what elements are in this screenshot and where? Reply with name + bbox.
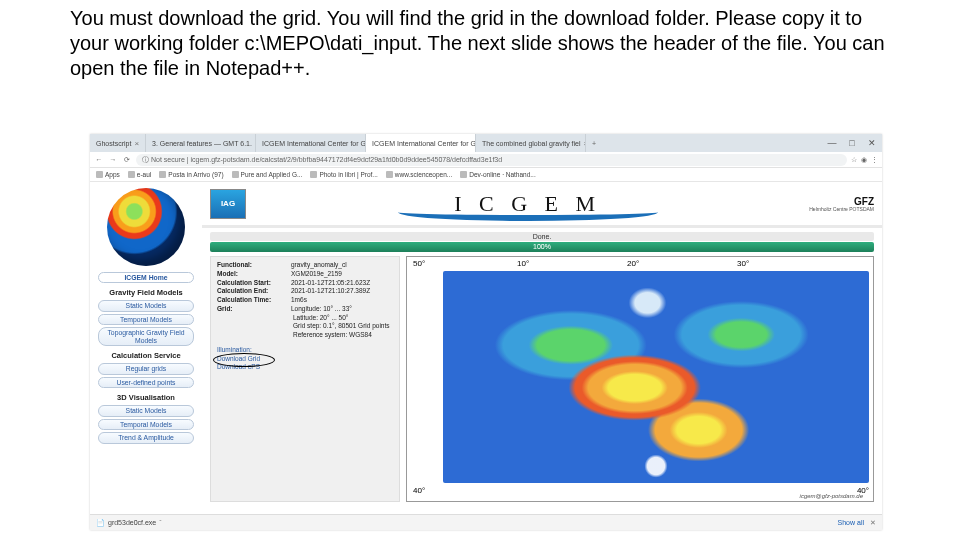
sidebar-item-3d-trend[interactable]: Trend & Amplitude (98, 432, 194, 443)
reload-button[interactable]: ⟳ (122, 156, 132, 164)
back-button[interactable]: ← (94, 156, 104, 163)
page-icon (310, 171, 317, 178)
sidebar-item-3d-temporal[interactable]: Temporal Models (98, 419, 194, 430)
main-panel: IAG I C G E M GFZ Helmholtz Centre POTSD… (202, 182, 882, 514)
bookmark-3[interactable]: Pure and Applied G... (232, 171, 303, 178)
tab-1[interactable]: 3. General features — GMT 6.1.× (146, 134, 256, 152)
bookmark-1[interactable]: e-aul (128, 171, 151, 178)
page-icon (232, 171, 239, 178)
sidebar-head-models: Gravity Field Models (90, 285, 202, 298)
maximize-button[interactable]: □ (842, 138, 862, 148)
sidebar-head-3d: 3D Visualisation (90, 390, 202, 403)
sidebar-home[interactable]: ICGEM Home (98, 272, 194, 283)
page-icon (128, 171, 135, 178)
bookmarks-bar: Apps e-aul Posta in Arrivo (97) Pure and… (90, 168, 882, 182)
grid-icon (96, 171, 103, 178)
page-title: I C G E M (246, 191, 809, 217)
sidebar-item-static-models[interactable]: Static Models (98, 300, 194, 311)
tab-4[interactable]: The combined global gravity fiel× (476, 134, 586, 152)
tab-3[interactable]: ICGEM International Center for G× (366, 134, 476, 152)
apps-button[interactable]: Apps (96, 171, 120, 178)
sidebar-head-calc: Calculation Service (90, 348, 202, 361)
file-icon: 📄 (96, 519, 105, 527)
bookmark-2[interactable]: Posta in Arrivo (97) (159, 171, 223, 178)
browser-screenshot: Ghostscript× 3. General features — GMT 6… (90, 134, 882, 530)
iag-logo: IAG (210, 189, 246, 219)
new-tab-button[interactable]: + (586, 140, 602, 147)
globe-logo (107, 188, 185, 266)
download-links: Illumination: Download Grid Download ePS (217, 346, 393, 372)
contact-email: icgem@gfz-potsdam.de (800, 493, 863, 499)
profile-icon[interactable]: ◉ (861, 156, 867, 164)
close-button[interactable]: ✕ (862, 138, 882, 148)
download-grid-link[interactable]: Download Grid (217, 355, 260, 364)
tick-top-30: 30° (737, 259, 749, 268)
forward-button[interactable]: → (108, 156, 118, 163)
calc-metadata: Functional:gravity_anomaly_cl Model:XGM2… (210, 256, 400, 502)
tab-2[interactable]: ICGEM International Center for G× (256, 134, 366, 152)
tab-0[interactable]: Ghostscript× (90, 134, 146, 152)
gfz-logo: GFZ Helmholtz Centre POTSDAM (809, 196, 874, 212)
download-shelf: 📄 grd53de0cf.exe ˇ Show all ✕ (90, 514, 882, 530)
tick-top-50: 50° (413, 259, 425, 268)
show-all-downloads[interactable]: Show all (838, 519, 864, 526)
progress-bar: 100% (210, 242, 874, 252)
status-done: Done. (210, 232, 874, 241)
sidebar: ICGEM Home Gravity Field Models Static M… (90, 182, 202, 514)
map-image (443, 271, 869, 483)
tick-top-10: 10° (517, 259, 529, 268)
gravity-map: 50° 10° 20° 30° 50° 40° 40° icgem@gfz-po… (406, 256, 874, 502)
sidebar-item-regular-grids[interactable]: Regular grids (98, 363, 194, 374)
page-header: IAG I C G E M GFZ Helmholtz Centre POTSD… (202, 182, 882, 228)
menu-icon[interactable]: ⋮ (871, 156, 878, 164)
titlebar: Ghostscript× 3. General features — GMT 6… (90, 134, 882, 152)
sidebar-item-topo-models[interactable]: Topographic Gravity Field Models (98, 327, 194, 346)
bookmark-5[interactable]: www.scienceopen... (386, 171, 452, 178)
page-icon (386, 171, 393, 178)
page-icon (460, 171, 467, 178)
url-field[interactable]: ⓘ Not secure | icgem.gfz-potsdam.de/calc… (136, 154, 847, 166)
page-content: ICGEM Home Gravity Field Models Static M… (90, 182, 882, 514)
chevron-down-icon[interactable]: ˇ (159, 519, 161, 526)
tick-left-40: 40° (413, 486, 425, 495)
download-item[interactable]: 📄 grd53de0cf.exe ˇ (96, 519, 162, 527)
sidebar-item-3d-static[interactable]: Static Models (98, 405, 194, 416)
sidebar-item-temporal-models[interactable]: Temporal Models (98, 314, 194, 325)
bookmark-6[interactable]: Dev-online · Nathand... (460, 171, 535, 178)
close-icon[interactable]: × (134, 139, 139, 148)
address-bar: ← → ⟳ ⓘ Not secure | icgem.gfz-potsdam.d… (90, 152, 882, 168)
page-icon (159, 171, 166, 178)
tick-top-20: 20° (627, 259, 639, 268)
minimize-button[interactable]: — (822, 138, 842, 148)
bookmark-4[interactable]: Photo in libri | Prof... (310, 171, 377, 178)
window-controls: — □ ✕ (822, 138, 882, 148)
swoosh-icon (398, 211, 658, 221)
sidebar-item-user-points[interactable]: User-defined points (98, 377, 194, 388)
bookmark-star-icon[interactable]: ☆ (851, 156, 857, 164)
slide-instruction-text: You must download the grid. You will fin… (0, 0, 960, 85)
close-shelf-button[interactable]: ✕ (870, 519, 876, 527)
result-row: Functional:gravity_anomaly_cl Model:XGM2… (210, 256, 874, 502)
